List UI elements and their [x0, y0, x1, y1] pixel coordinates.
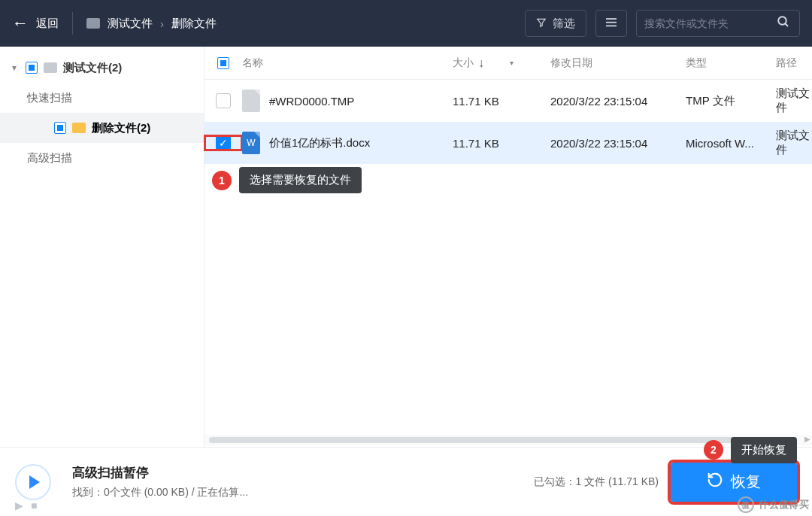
- column-type[interactable]: 类型: [686, 56, 776, 70]
- funnel-icon: [536, 17, 547, 30]
- file-name: #WRD0000.TMP: [269, 95, 354, 108]
- tree-deleted-files[interactable]: 删除文件(2): [0, 113, 204, 143]
- status-subtitle: 找到：0个文件 (0.00 KB) / 正在估算...: [72, 486, 248, 499]
- back-label: 返回: [36, 17, 59, 31]
- watermark-text: 什么值得买: [759, 498, 810, 511]
- scroll-right-icon[interactable]: ▶: [804, 435, 810, 443]
- file-path: 测试文件: [776, 129, 812, 157]
- row-checkbox[interactable]: [216, 93, 231, 108]
- bottom-bar: ▶ ■ 高级扫描暂停 找到：0个文件 (0.00 KB) / 正在估算... 已…: [0, 447, 812, 516]
- search-input[interactable]: [637, 11, 772, 36]
- recover-button[interactable]: 恢复: [671, 463, 797, 502]
- watermark: 值 什么值得买: [738, 496, 810, 513]
- annotation-text: 开始恢复: [731, 437, 797, 463]
- step-badge-1: 1: [212, 171, 232, 190]
- svg-line-4: [785, 23, 788, 26]
- word-file-icon: W: [242, 132, 260, 154]
- file-size: 11.71 KB: [453, 137, 550, 150]
- mini-controls: ▶ ■: [15, 499, 37, 511]
- file-list-header: 名称 大小 ↓ ▾ 修改日期 类型 路径: [205, 47, 812, 80]
- tree-root[interactable]: ▾ 测试文件(2): [0, 53, 204, 83]
- tree-label: 快速扫描: [27, 91, 72, 105]
- folder-icon: [86, 18, 100, 29]
- tree-root-label: 测试文件(2): [63, 61, 122, 75]
- file-icon: [242, 90, 260, 112]
- file-date: 2020/3/22 23:15:04: [550, 95, 686, 108]
- column-name[interactable]: 名称: [242, 56, 453, 70]
- annotation-step1: 1 选择需要恢复的文件: [212, 167, 362, 193]
- selected-summary: 已勾选：1 文件 (11.71 KB): [534, 475, 659, 489]
- tree-label: 删除文件(2): [92, 121, 150, 135]
- filter-label: 筛选: [553, 17, 575, 31]
- sort-desc-icon: ↓: [478, 56, 484, 70]
- stop-mini-icon[interactable]: ■: [31, 499, 37, 511]
- top-bar: ← 返回 测试文件 › 删除文件 筛选: [0, 0, 812, 47]
- filter-button[interactable]: 筛选: [525, 10, 586, 37]
- file-panel: 名称 大小 ↓ ▾ 修改日期 类型 路径 #WRD0000.TMP 11.71 …: [205, 47, 812, 447]
- checkbox[interactable]: [54, 122, 66, 134]
- checkbox[interactable]: [26, 62, 38, 74]
- svg-rect-2: [606, 25, 617, 26]
- file-row[interactable]: #WRD0000.TMP 11.71 KB 2020/3/22 23:15:04…: [205, 80, 812, 122]
- folder-icon: [44, 62, 57, 73]
- step-badge-2: 2: [704, 440, 723, 460]
- column-path[interactable]: 路径: [776, 56, 812, 70]
- recover-label: 恢复: [731, 472, 761, 492]
- chevron-down-icon: ▾: [9, 62, 20, 73]
- svg-rect-1: [606, 21, 617, 23]
- breadcrumb-current[interactable]: 删除文件: [171, 17, 217, 31]
- tree-label: 高级扫描: [27, 151, 72, 165]
- sidebar: ▾ 测试文件(2) 快速扫描 删除文件(2) 高级扫描: [0, 47, 205, 447]
- file-type: Microsoft W...: [686, 137, 776, 150]
- play-icon: [29, 475, 40, 489]
- tree-deep-scan[interactable]: 高级扫描: [0, 143, 204, 173]
- file-size: 11.71 KB: [453, 95, 550, 108]
- breadcrumb: 测试文件 › 删除文件: [86, 17, 217, 31]
- dropdown-icon: ▾: [510, 59, 514, 67]
- search-button[interactable]: [772, 15, 795, 32]
- play-mini-icon[interactable]: ▶: [15, 499, 23, 511]
- divider: [72, 12, 73, 35]
- svg-rect-0: [606, 18, 617, 20]
- file-row[interactable]: ✓ W 价值1亿的标书.docx 11.71 KB 2020/3/22 23:1…: [205, 122, 812, 164]
- column-size[interactable]: 大小 ↓ ▾: [453, 56, 550, 70]
- status-title: 高级扫描暂停: [72, 464, 248, 481]
- resume-scan-button[interactable]: [15, 464, 51, 500]
- chevron-right-icon: ›: [160, 17, 164, 30]
- main-area: ▾ 测试文件(2) 快速扫描 删除文件(2) 高级扫描 名称 大小 ↓ ▾: [0, 47, 812, 447]
- watermark-icon: 值: [738, 496, 754, 513]
- view-list-button[interactable]: [595, 10, 627, 37]
- annotation-text: 选择需要恢复的文件: [239, 167, 362, 193]
- folder-icon: [72, 123, 86, 133]
- restore-icon: [707, 472, 723, 492]
- select-all-checkbox[interactable]: [217, 57, 229, 69]
- scan-status: 高级扫描暂停 找到：0个文件 (0.00 KB) / 正在估算...: [72, 464, 248, 499]
- breadcrumb-root[interactable]: 测试文件: [108, 17, 153, 31]
- list-icon: [605, 17, 617, 30]
- file-path: 测试文件: [776, 87, 812, 115]
- search-box: [636, 10, 800, 37]
- column-date[interactable]: 修改日期: [550, 56, 686, 70]
- row-checkbox[interactable]: ✓: [216, 135, 231, 150]
- tree-quick-scan[interactable]: 快速扫描: [0, 83, 204, 113]
- arrow-left-icon: ←: [12, 14, 29, 33]
- annotation-step2: 2 开始恢复: [704, 437, 797, 463]
- file-date: 2020/3/22 23:15:04: [550, 137, 686, 150]
- svg-point-3: [778, 17, 786, 25]
- file-type: TMP 文件: [686, 94, 776, 108]
- back-button[interactable]: ← 返回: [12, 14, 59, 33]
- file-name: 价值1亿的标书.docx: [269, 136, 370, 150]
